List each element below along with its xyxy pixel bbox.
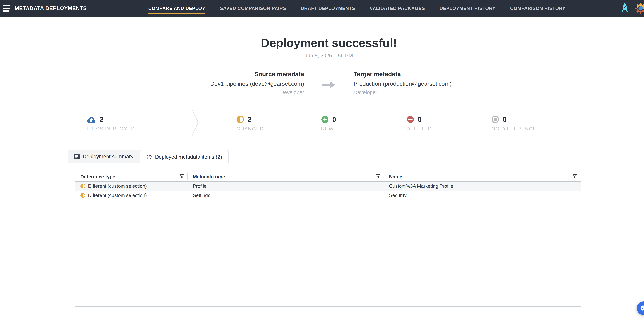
cell-metadata-type: Profile: [193, 183, 206, 189]
nav-item-validated-packages[interactable]: VALIDATED PACKAGES: [370, 6, 425, 11]
items-deployed-label: ITEMS DEPLOYED: [86, 126, 135, 132]
rocket-icon[interactable]: [620, 3, 629, 14]
target-metadata-heading: Target metadata: [354, 70, 531, 78]
new-label: NEW: [321, 126, 336, 132]
nav-item-deployment-history[interactable]: DEPLOYMENT HISTORY: [440, 6, 496, 11]
deployment-timestamp: Jun 5, 2025 1:56 PM: [0, 52, 644, 58]
nav-divider: [104, 2, 105, 14]
nav-item-compare-and-deploy[interactable]: COMPARE AND DEPLOY: [148, 6, 205, 11]
column-label: Difference type: [80, 174, 115, 180]
source-metadata-heading: Source metadata: [126, 70, 304, 78]
summary-list-icon: [74, 154, 80, 160]
cell-name: Security: [389, 192, 406, 198]
filter-icon[interactable]: [180, 174, 184, 180]
source-target-section: Source metadata Dev1 pipelines (dev1@gea…: [0, 70, 644, 96]
filter-icon[interactable]: [573, 174, 577, 180]
top-navbar: METADATA DEPLOYMENTS COMPARE AND DEPLOY …: [0, 0, 644, 16]
target-org: Production (production@gearset.com): [354, 80, 531, 87]
column-label: Name: [389, 174, 402, 180]
stat-no-difference: 0 NO DIFFERENCE: [492, 115, 536, 132]
page-title: Deployment successful!: [0, 36, 644, 50]
tab-content-panel: Difference type ↑ Metadata type: [68, 163, 589, 314]
cloud-upload-icon: [86, 116, 96, 123]
table-header: Difference type ↑ Metadata type: [75, 172, 581, 182]
source-org-type: Developer: [126, 90, 304, 96]
sort-ascending-indicator: ↑: [117, 174, 120, 180]
deleted-label: DELETED: [406, 126, 432, 132]
deployed-items-table: Difference type ↑ Metadata type: [75, 172, 581, 307]
app-title: METADATA DEPLOYMENTS: [15, 5, 87, 11]
target-org-type: Developer: [354, 90, 531, 96]
stats-chevron-divider: [190, 107, 200, 140]
column-header-name[interactable]: Name: [384, 172, 581, 181]
tab-deployment-summary[interactable]: Deployment summary: [68, 150, 140, 163]
tab-label: Deployment summary: [83, 154, 134, 160]
column-header-metadata-type[interactable]: Metadata type: [188, 172, 384, 181]
plus-circle-icon: [321, 116, 329, 123]
table-row[interactable]: Different (custom selection) Settings Se…: [75, 191, 581, 200]
source-to-target-arrow-icon: [304, 70, 354, 90]
half-filled-circle-icon: [80, 184, 86, 188]
nav-item-draft-deployments[interactable]: DRAFT DEPLOYMENTS: [301, 6, 355, 11]
tab-deployed-metadata-items[interactable]: Deployed metadata items (2): [140, 150, 228, 164]
deleted-count: 0: [418, 116, 422, 124]
no-difference-label: NO DIFFERENCE: [492, 126, 536, 132]
stat-items-deployed: 2 ITEMS DEPLOYED: [86, 115, 135, 132]
cell-name: Custom%3A Marketing Profile: [389, 183, 453, 189]
filter-icon[interactable]: [376, 174, 380, 180]
column-header-difference-type[interactable]: Difference type ↑: [75, 172, 188, 181]
stat-changed: 2 CHANGED: [236, 115, 264, 132]
main-nav: COMPARE AND DEPLOY SAVED COMPARISON PAIR…: [148, 6, 566, 11]
result-tabs: Deployment summary Deployed metadata ite…: [68, 150, 644, 163]
navbar-right: [620, 2, 644, 14]
column-label: Metadata type: [193, 174, 225, 180]
table-row[interactable]: Different (custom selection) Profile Cus…: [75, 182, 581, 191]
gearset-logo-icon: [635, 2, 644, 14]
half-filled-circle-icon: [80, 193, 86, 198]
stat-new: 0 NEW: [321, 115, 336, 132]
cell-metadata-type: Settings: [193, 192, 210, 198]
deployment-stats: 2 ITEMS DEPLOYED 2 CHANGED: [65, 107, 592, 138]
chat-bubble-icon: [640, 304, 644, 312]
cell-difference-type: Different (custom selection): [88, 183, 147, 189]
chat-launcher-button[interactable]: [637, 302, 644, 315]
dot-circle-icon: [492, 116, 499, 123]
nav-item-saved-comparison-pairs[interactable]: SAVED COMPARISON PAIRS: [220, 6, 286, 11]
minus-circle-icon: [406, 116, 414, 123]
nav-item-comparison-history[interactable]: COMPARISON HISTORY: [510, 6, 566, 11]
no-difference-count: 0: [503, 116, 506, 124]
tab-label: Deployed metadata items (2): [155, 154, 222, 160]
cell-difference-type: Different (custom selection): [88, 192, 147, 198]
account-menu[interactable]: [635, 2, 644, 14]
stat-deleted: 0 DELETED: [406, 115, 432, 132]
page: METADATA DEPLOYMENTS COMPARE AND DEPLOY …: [0, 0, 644, 320]
items-deployed-count: 2: [100, 116, 104, 124]
code-icon: [146, 154, 152, 160]
changed-count: 2: [248, 116, 252, 124]
target-metadata-block: Target metadata Production (production@g…: [354, 70, 531, 96]
half-filled-circle-icon: [236, 116, 244, 123]
source-metadata-block: Source metadata Dev1 pipelines (dev1@gea…: [126, 70, 304, 96]
menu-icon[interactable]: [3, 5, 10, 12]
new-count: 0: [332, 116, 336, 124]
changed-label: CHANGED: [236, 126, 264, 132]
source-org: Dev1 pipelines (dev1@gearset.com): [126, 80, 304, 87]
